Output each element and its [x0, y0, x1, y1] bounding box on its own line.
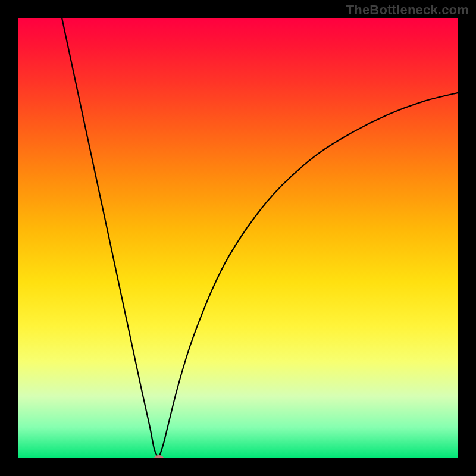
- curve-left-branch: [62, 18, 159, 458]
- bottleneck-curve: [18, 18, 458, 458]
- watermark-text: TheBottleneck.com: [346, 2, 469, 18]
- curve-right-branch: [159, 93, 458, 458]
- chart-canvas: TheBottleneck.com: [0, 0, 476, 476]
- plot-area: [18, 18, 458, 458]
- minimum-marker-icon: [154, 455, 164, 458]
